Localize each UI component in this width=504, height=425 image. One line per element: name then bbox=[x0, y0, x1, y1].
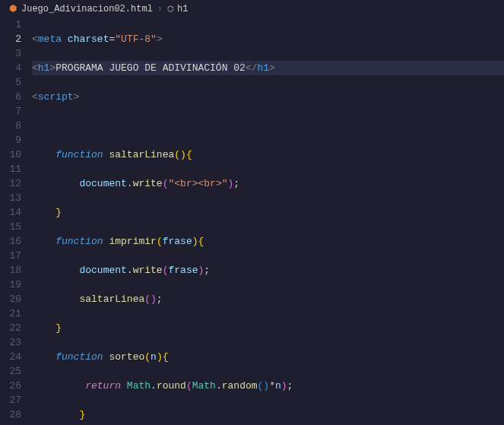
line-number: 4 bbox=[0, 61, 21, 75]
code-line[interactable]: <script> bbox=[32, 90, 504, 104]
line-number-gutter: 1 2 3 4 5 6 7 8 9 10 11 12 13 14 15 16 1… bbox=[0, 17, 32, 425]
code-line[interactable]: document.write("<br><br>"); bbox=[32, 176, 504, 191]
code-line[interactable] bbox=[32, 119, 504, 133]
line-number: 25 bbox=[0, 364, 21, 379]
breadcrumb-element[interactable]: ⬡ h1 bbox=[167, 4, 188, 14]
code-line[interactable]: return Math.round(Math.random()*n); bbox=[32, 379, 504, 393]
line-number: 22 bbox=[0, 321, 21, 335]
line-number: 11 bbox=[0, 162, 21, 176]
code-line[interactable]: <meta charset="UTF-8"> bbox=[32, 32, 504, 46]
line-number: 15 bbox=[0, 220, 21, 234]
line-number: 5 bbox=[0, 75, 21, 90]
line-number: 8 bbox=[0, 119, 21, 133]
line-number: 24 bbox=[0, 350, 21, 364]
breadcrumb[interactable]: ⬢ Juego_Adivinacion02.html › ⬡ h1 bbox=[0, 0, 504, 17]
code-line[interactable]: document.write(frase); bbox=[32, 263, 504, 278]
line-number: 12 bbox=[0, 176, 21, 191]
code-line[interactable]: saltarLinea(); bbox=[32, 292, 504, 306]
line-number: 26 bbox=[0, 379, 21, 393]
line-number: 28 bbox=[0, 408, 21, 422]
chevron-right-icon: › bbox=[157, 4, 163, 14]
breadcrumb-element-label: h1 bbox=[177, 4, 188, 14]
line-number: 17 bbox=[0, 249, 21, 263]
code-content[interactable]: <meta charset="UTF-8"> <h1>PROGRAMA JUEG… bbox=[32, 17, 504, 425]
line-number: 3 bbox=[0, 46, 21, 61]
line-number: 1 bbox=[0, 17, 21, 32]
code-line[interactable]: <h1>PROGRAMA JUEGO DE ADIVINACIÓN 02</h1… bbox=[32, 61, 504, 75]
line-number: 13 bbox=[0, 191, 21, 205]
line-number: 16 bbox=[0, 234, 21, 249]
line-number: 2 bbox=[0, 32, 21, 46]
code-line[interactable]: } bbox=[32, 408, 504, 422]
line-number: 23 bbox=[0, 335, 21, 350]
code-editor[interactable]: 1 2 3 4 5 6 7 8 9 10 11 12 13 14 15 16 1… bbox=[0, 17, 504, 425]
line-number: 9 bbox=[0, 133, 21, 147]
code-line[interactable]: function imprimir(frase){ bbox=[32, 234, 504, 249]
line-number: 7 bbox=[0, 104, 21, 119]
line-number: 20 bbox=[0, 292, 21, 306]
line-number: 21 bbox=[0, 306, 21, 321]
code-line[interactable]: function sorteo(n){ bbox=[32, 350, 504, 364]
line-number: 27 bbox=[0, 393, 21, 408]
code-line[interactable]: function saltarLinea(){ bbox=[32, 147, 504, 162]
line-number: 6 bbox=[0, 90, 21, 104]
tag-icon: ⬡ bbox=[167, 5, 174, 14]
html-file-icon: ⬢ bbox=[9, 3, 17, 14]
line-number: 14 bbox=[0, 205, 21, 220]
line-number: 19 bbox=[0, 278, 21, 292]
code-line[interactable]: } bbox=[32, 205, 504, 220]
code-line[interactable]: } bbox=[32, 321, 504, 335]
breadcrumb-file[interactable]: Juego_Adivinacion02.html bbox=[21, 4, 153, 14]
line-number: 18 bbox=[0, 263, 21, 278]
line-number: 10 bbox=[0, 147, 21, 162]
